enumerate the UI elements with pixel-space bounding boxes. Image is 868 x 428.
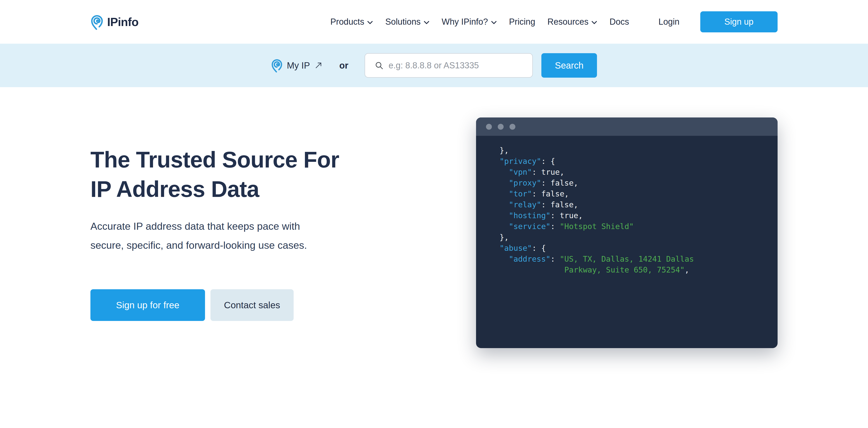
nav-item-label: Resources (548, 17, 589, 27)
ipinfo-pin-icon (271, 58, 283, 73)
hero-copy: The Trusted Source For IP Address Data A… (90, 145, 339, 321)
code-token: "privacy" (500, 156, 541, 166)
code-token: }, (500, 146, 509, 155)
title-line-1: The Trusted Source For (90, 145, 339, 174)
search-button[interactable]: Search (541, 53, 597, 78)
code-token: "address" (509, 254, 550, 263)
search-input[interactable] (365, 53, 533, 78)
code-token: : true, (550, 211, 583, 220)
code-token: "abuse" (500, 244, 532, 253)
window-dot-icon (498, 124, 504, 130)
search-icon (375, 61, 383, 70)
subtitle-line-1: Accurate IP address data that keeps pace… (90, 217, 339, 236)
nav-item-why-ipinfo[interactable]: Why IPinfo? (442, 17, 497, 27)
code-token: : (550, 222, 560, 231)
nav-item-solutions[interactable]: Solutions (385, 17, 429, 27)
code-token: }, (500, 233, 509, 242)
title-line-2: IP Address Data (90, 174, 339, 204)
code-window-titlebar (476, 117, 778, 136)
ipinfo-logo[interactable]: IPinfo (90, 13, 138, 30)
search-band: My IP or Search (0, 44, 868, 87)
code-token: : false, (541, 178, 578, 188)
code-line: "relay": false, (500, 199, 778, 210)
nav-item-label: Solutions (385, 17, 421, 27)
ipinfo-homepage: IPinfo ProductsSolutionsWhy IPinfo?Prici… (0, 0, 868, 428)
code-token: "relay" (509, 200, 541, 209)
window-dot-icon (486, 124, 492, 130)
login-link[interactable]: Login (658, 17, 680, 27)
search-box (365, 53, 533, 78)
code-line: "service": "Hotspot Shield" (500, 221, 778, 232)
nav-item-label: Products (330, 17, 364, 27)
code-line: "abuse": { (500, 242, 778, 254)
window-dot-icon (509, 124, 515, 130)
nav-item-pricing[interactable]: Pricing (509, 17, 535, 27)
code-token (500, 254, 509, 263)
code-line: "privacy": { (500, 156, 778, 167)
code-token: "vpn" (509, 168, 532, 176)
code-token (500, 189, 509, 198)
code-token (500, 222, 509, 231)
signup-free-button[interactable]: Sign up for free (90, 289, 205, 321)
code-window: },"privacy": { "vpn": true, "proxy": fal… (476, 117, 778, 348)
code-token: "hosting" (509, 211, 550, 220)
signup-button[interactable]: Sign up (700, 11, 778, 32)
code-token: : (550, 254, 560, 263)
code-token (500, 168, 509, 176)
code-token: "proxy" (509, 178, 541, 188)
code-token: "service" (509, 222, 550, 231)
code-token: , (685, 265, 689, 274)
code-token (500, 178, 509, 188)
nav-item-label: Docs (610, 17, 629, 27)
code-line: "proxy": false, (500, 177, 778, 188)
nav-item-resources[interactable]: Resources (548, 17, 597, 27)
top-nav: IPinfo ProductsSolutionsWhy IPinfo?Prici… (0, 0, 868, 44)
code-line: "address": "US, TX, Dallas, 14241 Dallas (500, 254, 778, 264)
chevron-down-icon (424, 21, 430, 24)
nav-item-label: Pricing (509, 17, 535, 27)
brand-name: IPinfo (107, 15, 138, 29)
code-token: "US, TX, Dallas, 14241 Dallas (560, 254, 694, 263)
code-token: : false, (532, 189, 569, 198)
my-ip-label: My IP (287, 60, 310, 70)
hero-section: The Trusted Source For IP Address Data A… (0, 87, 868, 428)
code-token: "Hotspot Shield" (560, 222, 634, 231)
code-token (500, 200, 509, 209)
code-token (500, 211, 509, 220)
nav-item-docs[interactable]: Docs (610, 17, 629, 27)
code-line: "tor": false, (500, 188, 778, 199)
main-nav: ProductsSolutionsWhy IPinfo?PricingResou… (330, 17, 629, 27)
subtitle-line-2: secure, specific, and forward-looking us… (90, 236, 339, 255)
code-token: : { (541, 156, 555, 166)
ipinfo-pin-icon (90, 13, 103, 30)
nav-item-products[interactable]: Products (330, 17, 373, 27)
code-line: Parkway, Suite 650, 75254", (500, 264, 778, 275)
code-token: : false, (541, 200, 578, 209)
page-title: The Trusted Source For IP Address Data (90, 145, 339, 204)
chevron-down-icon (367, 21, 373, 24)
code-token: "tor" (509, 189, 532, 198)
hero-subtitle: Accurate IP address data that keeps pace… (90, 217, 339, 255)
nav-item-label: Why IPinfo? (442, 17, 488, 27)
code-token: : true, (532, 168, 564, 176)
code-line: }, (500, 145, 778, 156)
code-token: : { (532, 244, 546, 253)
my-ip-link[interactable]: My IP (271, 58, 323, 73)
code-line: }, (500, 232, 778, 242)
hero-cta-row: Sign up for free Contact sales (90, 289, 339, 321)
json-code-sample: },"privacy": { "vpn": true, "proxy": fal… (476, 136, 778, 275)
chevron-down-icon (491, 21, 497, 24)
code-line: "hosting": true, (500, 210, 778, 221)
chevron-down-icon (591, 21, 597, 24)
or-label: or (339, 60, 348, 70)
code-token: Parkway, Suite 650, 75254" (500, 265, 685, 274)
external-arrow-icon (314, 61, 323, 70)
contact-sales-button[interactable]: Contact sales (211, 289, 293, 321)
code-line: "vpn": true, (500, 167, 778, 177)
